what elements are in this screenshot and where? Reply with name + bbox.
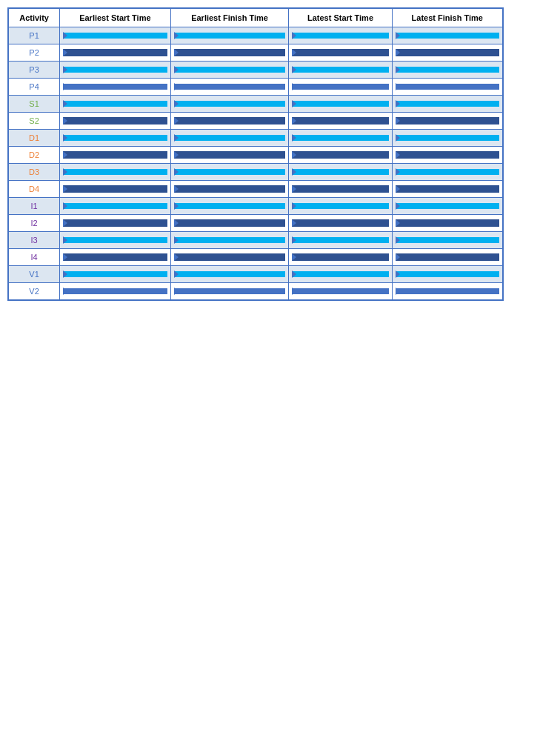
arrow-indicator [292, 288, 296, 295]
time-bar [174, 237, 286, 243]
time-bar [292, 169, 388, 175]
arrow-indicator [63, 270, 67, 278]
bar-cell [392, 198, 502, 215]
time-bar [396, 151, 499, 159]
bar-cell [392, 283, 502, 300]
bar-cell [392, 79, 502, 96]
arrow-indicator [63, 236, 67, 244]
bar-cell [392, 266, 502, 283]
table-row: I1 [9, 198, 503, 215]
arrow-indicator [292, 253, 296, 261]
time-bar [174, 33, 286, 39]
arrow-indicator [63, 32, 67, 39]
time-bar [292, 101, 388, 107]
main-table-container: Activity Earliest Start Time Earliest Fi… [7, 7, 504, 301]
time-bar [174, 84, 286, 90]
arrow-indicator [63, 83, 67, 90]
bar-cell [170, 79, 289, 96]
arrow-indicator [63, 134, 67, 142]
arrow-indicator [174, 49, 179, 56]
bar-cell [289, 232, 392, 249]
arrow-indicator [292, 202, 296, 210]
time-bar [174, 135, 286, 141]
arrow-indicator [292, 151, 296, 159]
table-row: I4 [9, 249, 503, 266]
time-bar [174, 117, 286, 124]
bar-cell [170, 198, 289, 215]
time-bar [174, 219, 286, 227]
bar-cell [170, 62, 289, 79]
arrow-indicator [396, 134, 400, 142]
table-row: S2 [9, 113, 503, 130]
bar-cell [392, 44, 502, 62]
arrow-indicator [63, 185, 67, 193]
arrow-indicator [292, 185, 296, 193]
time-bar [292, 203, 388, 209]
activity-cell: P1 [9, 27, 60, 44]
activity-cell: D2 [9, 147, 60, 164]
activity-cell: I1 [9, 198, 60, 215]
bar-cell [60, 283, 170, 300]
bar-cell [289, 249, 392, 266]
time-bar [396, 49, 499, 56]
bar-cell [170, 164, 289, 181]
time-bar [292, 253, 388, 261]
bar-cell [392, 232, 502, 249]
bar-cell [392, 27, 502, 44]
arrow-indicator [174, 270, 179, 278]
activity-cell: S2 [9, 113, 60, 130]
arrow-indicator [292, 49, 296, 56]
table-row: P2 [9, 44, 503, 62]
col-header-latest-finish: Latest Finish Time [392, 9, 502, 27]
time-bar [292, 33, 388, 39]
bar-cell [170, 27, 289, 44]
time-bar [63, 169, 167, 175]
bar-cell [60, 232, 170, 249]
arrow-indicator [396, 168, 400, 176]
bar-cell [170, 130, 289, 147]
arrow-indicator [396, 32, 400, 39]
time-bar [396, 101, 499, 107]
bar-cell [289, 130, 392, 147]
arrow-indicator [174, 134, 179, 142]
activity-cell: I3 [9, 232, 60, 249]
activity-cell: P3 [9, 62, 60, 79]
arrow-indicator [292, 117, 296, 124]
arrow-indicator [292, 66, 296, 73]
col-header-earliest-finish: Earliest Finish Time [170, 9, 289, 27]
time-bar [292, 67, 388, 73]
arrow-indicator [396, 288, 400, 295]
time-bar [63, 151, 167, 159]
time-bar [174, 49, 286, 56]
arrow-indicator [63, 100, 67, 107]
bar-cell [289, 266, 392, 283]
arrow-indicator [63, 288, 67, 295]
arrow-indicator [396, 49, 400, 56]
time-bar [63, 101, 167, 107]
arrow-indicator [292, 270, 296, 278]
bar-cell [170, 266, 289, 283]
arrow-indicator [174, 117, 179, 124]
bar-cell [289, 215, 392, 232]
bar-cell [392, 113, 502, 130]
table-row: I2 [9, 215, 503, 232]
activity-cell: I2 [9, 215, 60, 232]
time-bar [174, 203, 286, 209]
bar-cell [170, 232, 289, 249]
bar-cell [392, 164, 502, 181]
arrow-indicator [292, 219, 296, 227]
arrow-indicator [63, 66, 67, 73]
time-bar [396, 135, 499, 141]
bar-cell [60, 181, 170, 198]
arrow-indicator [292, 168, 296, 176]
arrow-indicator [174, 202, 179, 210]
time-bar [63, 117, 167, 124]
time-bar [174, 151, 286, 159]
arrow-indicator [396, 219, 400, 227]
bar-cell [289, 79, 392, 96]
time-bar [174, 253, 286, 261]
activity-cell: P4 [9, 79, 60, 96]
arrow-indicator [292, 134, 296, 142]
activity-cell: V2 [9, 283, 60, 300]
time-bar [174, 169, 286, 175]
